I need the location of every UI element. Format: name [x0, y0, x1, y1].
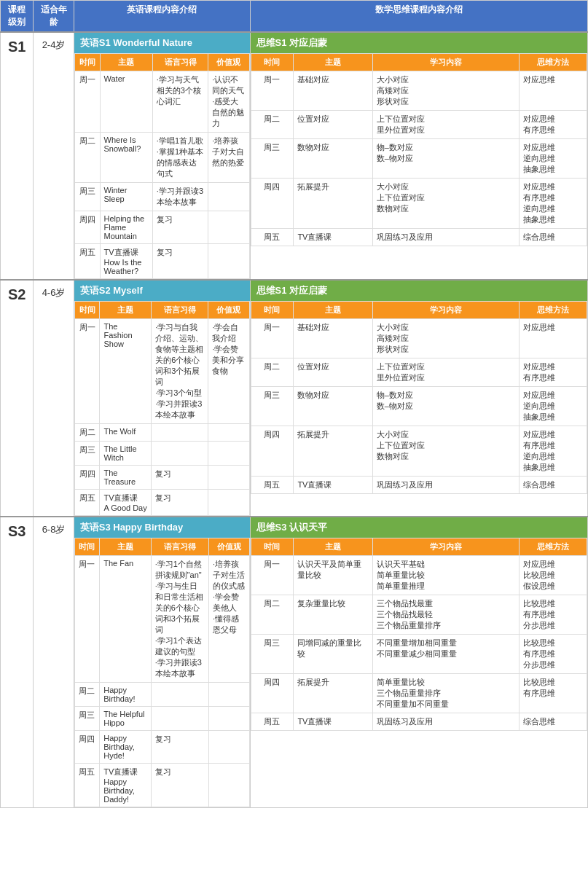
english-lang-cell: ·学习与自我介绍、运动、食物等主题相关的6个核心词和3个拓展词·学习3个句型·学…: [152, 319, 208, 424]
english-data-row: 周二 Where Is Snowball? ·学唱1首儿歌·掌握1种基本的情感表…: [74, 133, 249, 183]
math-method-cell: 对应思维有序思维逆向思维抽象思维: [520, 179, 587, 229]
math-topic-cell: 基础对应: [294, 319, 372, 358]
math-section-S1: 思维S1 对应启蒙 时间主题学习内容思维方法 周一 基础对应 大小对应高矮对应形…: [250, 32, 587, 280]
math-inner-table: 时间主题学习内容思维方法 周一 基础对应 大小对应高矮对应形状对应 对应思维 周…: [251, 301, 587, 494]
english-col-header: 价值观: [209, 538, 250, 556]
math-day-cell: 周五: [251, 229, 294, 246]
english-inner-table: 时间主题语言习得价值观 周一 Water ·学习与天气相关的3个核心词汇 ·认识…: [74, 53, 250, 279]
english-data-row: 周二 The Wolf: [74, 424, 249, 442]
english-lang-cell: [151, 707, 208, 731]
english-value-cell: [209, 764, 250, 807]
english-value-cell: [208, 183, 249, 211]
english-col-header: 语言习得: [152, 302, 208, 319]
english-data-row: 周五 TV直播课A Good Day 复习: [74, 490, 249, 516]
age-cell-S3: 6-8岁: [34, 517, 74, 808]
english-day-cell: 周五: [74, 490, 100, 516]
english-col-header: 主题: [100, 538, 151, 556]
english-topic-cell: Where Is Snowball?: [100, 133, 152, 183]
math-col-header: 思维方法: [520, 54, 587, 71]
age-cell-S1: 2-4岁: [34, 32, 74, 280]
english-data-row: 周五 TV直播课Happy Birthday, Daddy! 复习: [74, 764, 249, 807]
math-day-cell: 周一: [251, 319, 294, 358]
english-day-cell: 周五: [74, 764, 99, 807]
math-data-row: 周二 位置对应 上下位置对应里外位置对应 对应思维有序思维: [251, 111, 587, 139]
english-data-row: 周三 The Helpful Hippo: [74, 707, 249, 731]
math-method-cell: 比较思维有序思维: [520, 674, 587, 713]
english-value-cell: [208, 244, 249, 279]
english-data-row: 周四 Happy Birthday, Hyde! 复习: [74, 731, 249, 764]
math-method-cell: 对应思维: [520, 319, 587, 358]
english-topic-cell: Water: [100, 71, 152, 133]
english-topic-cell: The Helpful Hippo: [100, 707, 151, 731]
math-content-cell: 上下位置对应里外位置对应: [372, 111, 519, 139]
english-col-header: 时间: [74, 302, 100, 319]
math-topic-cell: 数物对应: [294, 387, 372, 426]
math-method-cell: 比较思维有序思维分步思维: [520, 635, 587, 674]
english-inner-table: 时间主题语言习得价值观 周一 The Fashion Show ·学习与自我介绍…: [74, 301, 250, 516]
math-col-header: 时间: [251, 302, 294, 319]
english-value-cell: [208, 466, 249, 490]
math-section-S2: 思维S1 对应启蒙 时间主题学习内容思维方法 周一 基础对应 大小对应高矮对应形…: [250, 280, 587, 517]
english-lang-cell: 复习: [152, 244, 208, 279]
english-col-header-row: 时间主题语言习得价值观: [74, 54, 249, 71]
math-topic-cell: 数物对应: [294, 139, 372, 179]
level-cell-S1: S1: [1, 32, 34, 280]
english-value-cell: [209, 707, 250, 731]
math-col-header: 主题: [294, 302, 372, 319]
english-value-cell: [208, 424, 249, 442]
math-day-cell: 周四: [251, 674, 294, 713]
english-day-cell: 周四: [74, 466, 100, 490]
english-data-row: 周三 The Little Witch: [74, 442, 249, 466]
english-col-header: 语言习得: [151, 538, 208, 556]
english-value-cell: [208, 442, 249, 466]
math-data-row: 周四 拓展提升 简单重量比较三个物品重量排序不同重量加不同重量 比较思维有序思维: [251, 674, 587, 713]
math-section-header-S3: 思维S3 认识天平: [251, 517, 587, 538]
math-content-cell: 认识天平基础简单重量比较简单重量推理: [372, 556, 519, 595]
math-topic-cell: 位置对应: [294, 358, 372, 387]
english-col-header: 时间: [74, 54, 100, 71]
math-topic-cell: 拓展提升: [294, 426, 372, 477]
math-topic-cell: TV直播课: [294, 713, 372, 731]
english-topic-cell: The Fashion Show: [100, 319, 152, 424]
math-data-row: 周三 同增同减的重量比较 不同重量增加相同重量不同重量减少相同重量 比较思维有序…: [251, 635, 587, 674]
english-lang-cell: 复习: [152, 490, 208, 516]
math-method-cell: 综合思维: [520, 229, 587, 246]
math-col-header: 时间: [251, 538, 294, 556]
math-col-header-row: 时间主题学习内容思维方法: [251, 302, 587, 319]
english-topic-cell: Winter Sleep: [100, 183, 152, 211]
math-content-cell: 大小对应上下位置对应数物对应: [372, 179, 519, 229]
math-inner-table: 时间主题学习内容思维方法 周一 基础对应 大小对应高矮对应形状对应 对应思维 周…: [251, 53, 587, 246]
english-section-S3: 英语S3 Happy Birthday 时间主题语言习得价值观 周一 The F…: [74, 517, 250, 808]
english-section-S2: 英语S2 Myself 时间主题语言习得价值观 周一 The Fashion S…: [74, 280, 250, 517]
english-day-cell: 周四: [74, 731, 99, 764]
math-day-cell: 周二: [251, 111, 294, 139]
math-method-cell: 对应思维有序思维: [520, 358, 587, 387]
math-col-header: 学习内容: [372, 538, 519, 556]
english-value-cell: [208, 490, 249, 516]
header-row: 课程级别 适合年龄 英语课程内容介绍 数学思维课程内容介绍: [1, 1, 588, 33]
english-lang-cell: ·学习并跟读3本绘本故事: [152, 183, 208, 211]
math-topic-cell: 复杂重量比较: [294, 595, 372, 635]
section-row-S1: S1 2-4岁 英语S1 Wonderful Nature 时间主题语言习得价值…: [1, 32, 588, 280]
english-data-row: 周三 Winter Sleep ·学习并跟读3本绘本故事: [74, 183, 249, 211]
math-data-row: 周二 位置对应 上下位置对应里外位置对应 对应思维有序思维: [251, 358, 587, 387]
math-content-cell: 大小对应上下位置对应数物对应: [372, 426, 519, 477]
math-content-cell: 三个物品找最重三个物品找最轻三个物品重量排序: [372, 595, 519, 635]
level-cell-S2: S2: [1, 280, 34, 517]
english-section-S1: 英语S1 Wonderful Nature 时间主题语言习得价值观 周一 Wat…: [74, 32, 250, 280]
math-data-row: 周四 拓展提升 大小对应上下位置对应数物对应 对应思维有序思维逆向思维抽象思维: [251, 179, 587, 229]
english-lang-cell: [151, 683, 208, 707]
english-col-header: 语言习得: [152, 54, 208, 71]
math-data-row: 周五 TV直播课 巩固练习及应用 综合思维: [251, 477, 587, 494]
english-topic-cell: Helping the Flame Mountain: [100, 211, 152, 244]
english-lang-cell: [152, 442, 208, 466]
english-data-row: 周五 TV直播课How Is the Weather? 复习: [74, 244, 249, 279]
english-topic-cell: The Fan: [100, 556, 151, 683]
english-value-cell: ·培养孩子对生活的仪式感·学会赞美他人·懂得感恩父母: [209, 556, 250, 683]
english-lang-cell: [152, 424, 208, 442]
math-topic-cell: 拓展提升: [294, 179, 372, 229]
english-data-row: 周四 Helping the Flame Mountain 复习: [74, 211, 249, 244]
math-col-header-row: 时间主题学习内容思维方法: [251, 54, 587, 71]
math-method-cell: 综合思维: [520, 713, 587, 731]
math-col-header: 思维方法: [520, 538, 587, 556]
